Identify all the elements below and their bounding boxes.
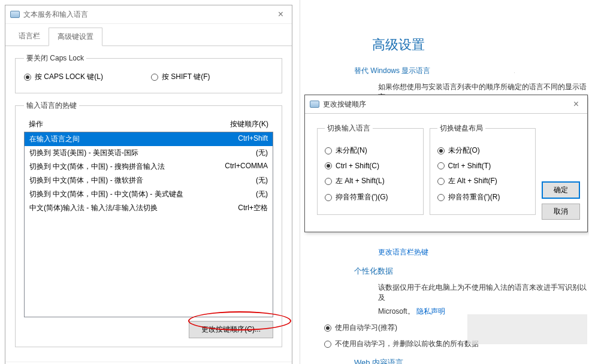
switch-kbd-layout-group: 切换键盘布局 未分配(O)Ctrl + Shift(T)左 Alt + Shif… xyxy=(430,123,536,215)
hotkeys-legend: 输入语言的热键 xyxy=(24,101,79,111)
keyboard-icon xyxy=(310,101,319,108)
radio-kbd-layout-2[interactable]: 左 Alt + Shift(F) xyxy=(437,176,528,186)
tab-language-bar[interactable]: 语言栏 xyxy=(10,28,49,46)
radio-shift[interactable]: 按 SHIFT 键(F) xyxy=(151,72,210,82)
radio-input-lang-0[interactable]: 未分配(N) xyxy=(325,145,416,156)
change-langbar-hotkey-link[interactable]: 更改语言栏热键 xyxy=(378,248,428,256)
radio-icon xyxy=(437,162,445,169)
radio-input-lang-2[interactable]: 左 Alt + Shift(L) xyxy=(325,176,416,186)
radio-kbd-layout-3[interactable]: 抑音符重音(')(R) xyxy=(437,192,528,202)
tab-advanced-key[interactable]: 高级键设置 xyxy=(49,28,102,46)
list-item[interactable]: 切换到 中文(简体，中国) - 搜狗拼音输入法Ctrl+COMMA xyxy=(25,160,273,174)
list-item[interactable]: 切换到 中文(简体，中国) - 微软拼音(无) xyxy=(25,174,273,187)
hotkeys-group: 输入语言的热键 操作 按键顺序(K) 在输入语言之间Ctrl+Shift切换到 … xyxy=(15,101,282,347)
radio-kbd-layout-1[interactable]: Ctrl + Shift(T) xyxy=(437,162,528,170)
list-item[interactable]: 切换到 中文(简体，中国) - 中文(简体) - 美式键盘(无) xyxy=(25,187,273,201)
radio-icon xyxy=(325,162,332,169)
radio-icon xyxy=(437,147,445,154)
radio-kbd-layout-0[interactable]: 未分配(O) xyxy=(437,145,528,156)
radio-icon xyxy=(324,341,331,348)
close-icon[interactable]: × xyxy=(274,9,287,20)
sub-dialog-title: 更改按键顺序 xyxy=(323,99,570,110)
dialog-title-text: 文本服务和输入语言 xyxy=(23,10,274,20)
hotkey-listbox[interactable]: 在输入语言之间Ctrl+Shift切换到 英语(美国) - 美国英语-国际(无)… xyxy=(24,132,273,317)
privacy-link[interactable]: 隐私声明 xyxy=(416,307,445,316)
radio-icon xyxy=(325,194,332,201)
hotkey-header: 操作 按键顺序(K) xyxy=(24,117,273,132)
list-item[interactable]: 中文(简体)输入法 - 输入法/非输入法切换Ctrl+空格 xyxy=(25,201,273,215)
keyboard-icon xyxy=(10,11,20,18)
switch-input-lang-legend: 切换输入语言 xyxy=(325,123,373,134)
list-item[interactable]: 在输入语言之间Ctrl+Shift xyxy=(25,132,273,146)
change-key-sequence-button[interactable]: 更改按键顺序(C)... xyxy=(189,321,273,338)
text-services-dialog: 文本服务和输入语言 × 语言栏 高级键设置 要关闭 Caps Lock 按 CA… xyxy=(5,5,292,364)
dialog-button-row: 确定 取消 应用(A) xyxy=(5,362,292,364)
switch-input-lang-group: 切换输入语言 未分配(N)Ctrl + Shift(C)左 Alt + Shif… xyxy=(317,123,424,215)
change-key-sequence-dialog: 更改按键顺序 × 切换输入语言 未分配(N)Ctrl + Shift(C)左 A… xyxy=(304,95,588,232)
radio-capslock[interactable]: 按 CAPS LOCK 键(L) xyxy=(24,72,103,82)
radio-icon xyxy=(325,147,332,154)
dialog-titlebar: 文本服务和输入语言 × xyxy=(5,5,292,24)
radio-icon xyxy=(437,178,445,185)
radio-input-lang-3[interactable]: 抑音符重音(')(G) xyxy=(325,192,416,202)
page-heading: 高级设置 xyxy=(372,36,589,54)
radio-icon xyxy=(324,324,331,332)
section-display-lang: 替代 Windows 显示语言 xyxy=(354,66,589,76)
capslock-group: 要关闭 Caps Lock 按 CAPS LOCK 键(L) 按 SHIFT 键… xyxy=(15,53,282,93)
radio-input-lang-1[interactable]: Ctrl + Shift(C) xyxy=(325,162,416,170)
col-key-sequence: 按键顺序(K) xyxy=(230,119,268,129)
personal-data-text: 该数据仅用于在此电脑上为不使用输入法的语言来改进手写识别以及 xyxy=(378,283,589,303)
switch-kbd-layout-legend: 切换键盘布局 xyxy=(437,123,485,134)
radio-icon xyxy=(437,194,445,201)
sub-ok-button[interactable]: 确定 xyxy=(542,181,580,199)
section-web-lang: Web 内容语言 xyxy=(354,357,589,364)
list-item[interactable]: 切换到 英语(美国) - 美国英语-国际(无) xyxy=(25,146,273,160)
radio-icon xyxy=(24,74,31,81)
watermark-blur xyxy=(467,314,587,344)
sub-dialog-titlebar: 更改按键顺序 × xyxy=(305,95,587,114)
radio-icon xyxy=(151,74,158,81)
col-action: 操作 xyxy=(29,119,230,129)
tab-strip: 语言栏 高级键设置 xyxy=(5,24,292,46)
section-personal-data: 个性化数据 xyxy=(354,266,589,277)
capslock-legend: 要关闭 Caps Lock xyxy=(24,53,86,63)
radio-icon xyxy=(325,178,332,185)
sub-cancel-button[interactable]: 取消 xyxy=(542,204,580,220)
close-icon[interactable]: × xyxy=(570,99,582,110)
